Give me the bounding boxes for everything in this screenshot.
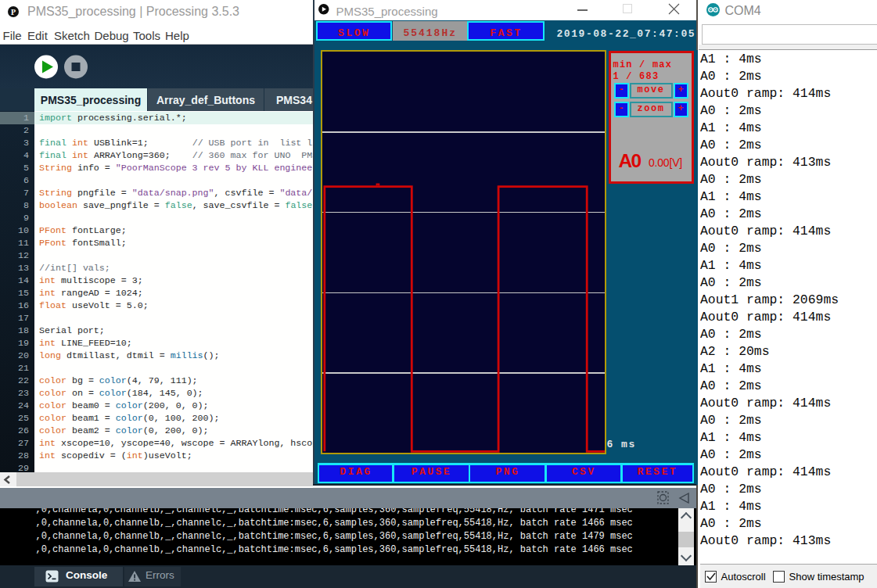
svg-text:P: P: [11, 8, 16, 16]
